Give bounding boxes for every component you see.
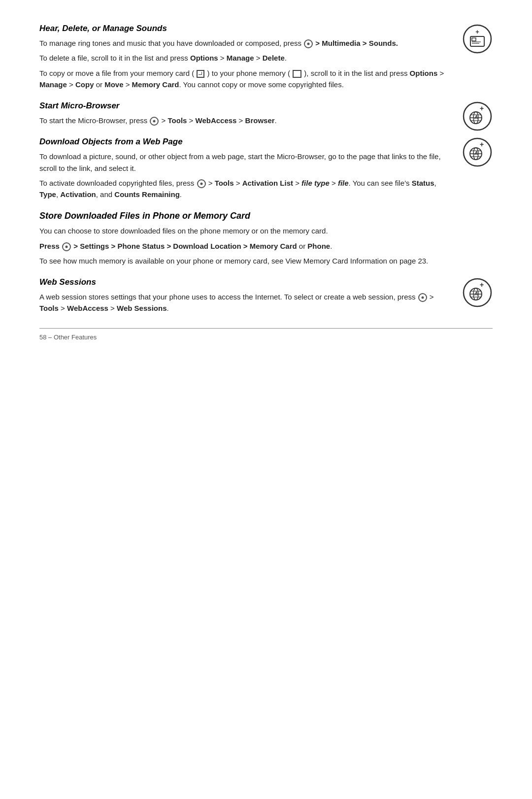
store-downloaded-title: Store Downloaded Files in Phone or Memor… [39,211,493,221]
download-objects-feature-icon: + A [462,137,493,167]
download-objects-title: Download Objects from a Web Page [39,137,453,147]
web-sessions-title: Web Sessions [39,277,453,287]
footer-text: 58 – Other Features [39,333,97,341]
micro-browser-feature-icon: + A [462,101,493,132]
svg-rect-3 [472,38,476,41]
hear-delete-title: Hear, Delete, or Manage Sounds [39,24,453,33]
page-footer: 58 – Other Features [39,333,493,341]
web-sessions-body: A web session stores settings that your … [39,291,453,314]
svg-text:A: A [474,291,478,297]
svg-text:A: A [474,151,478,156]
page-divider [39,328,493,329]
hear-delete-p1-bold: > Multimedia > Sounds. [315,39,398,47]
hear-delete-body: To manage ring tones and music that you … [39,37,453,90]
hear-delete-p1: To manage ring tones and music that you … [39,37,453,49]
section-hear-delete: + Hear, Delete, or Manage Sounds To mana… [39,24,493,90]
download-objects-p2: To activate downloaded copyrighted files… [39,177,453,200]
phonemem-inline-icon [293,70,301,78]
hear-delete-p1-prefix: To manage ring tones and music that you … [39,39,301,47]
menu-button-icon-3 [197,179,206,188]
menu-button-icon-5 [418,293,427,302]
section-store-downloaded: Store Downloaded Files in Phone or Memor… [39,211,493,266]
micro-browser-p1: To start the Micro-Browser, press > Tool… [39,115,453,126]
download-objects-body: To download a picture, sound, or other o… [39,151,453,200]
svg-text:+: + [480,140,484,148]
section-micro-browser: + A Start Micro-Browser To start the Mic… [39,101,493,126]
download-objects-p1: To download a picture, sound, or other o… [39,151,453,174]
web-sessions-feature-icon: + A [462,277,493,308]
svg-text:+: + [480,104,484,112]
svg-text:+: + [480,281,484,289]
hear-delete-p2: To delete a file, scroll to it in the li… [39,52,453,64]
svg-text:+: + [475,28,479,35]
hear-delete-p3: To copy or move a file from your memory … [39,67,453,91]
memory-card-feature-icon: + [462,24,493,54]
micro-browser-title: Start Micro-Browser [39,101,453,111]
micro-browser-body: To start the Micro-Browser, press > Tool… [39,115,453,126]
page-content: + Hear, Delete, or Manage Sounds To mana… [39,24,493,341]
memcard-inline-icon [197,70,204,78]
web-sessions-p1: A web session stores settings that your … [39,291,453,314]
store-downloaded-p3: To see how much memory is available on y… [39,255,493,266]
section-download-objects: + A Download Objects from a Web Page To … [39,137,493,200]
menu-button-icon-1 [304,39,313,48]
menu-button-icon-4 [62,242,71,251]
store-downloaded-p2: Press > Settings > Phone Status > Downlo… [39,240,493,252]
store-downloaded-body: You can choose to store downloaded files… [39,225,493,266]
svg-text:A: A [474,115,478,120]
menu-button-icon-2 [150,117,159,126]
store-downloaded-p1: You can choose to store downloaded files… [39,225,493,236]
section-web-sessions: + A Web Sessions A web session stores se… [39,277,493,314]
